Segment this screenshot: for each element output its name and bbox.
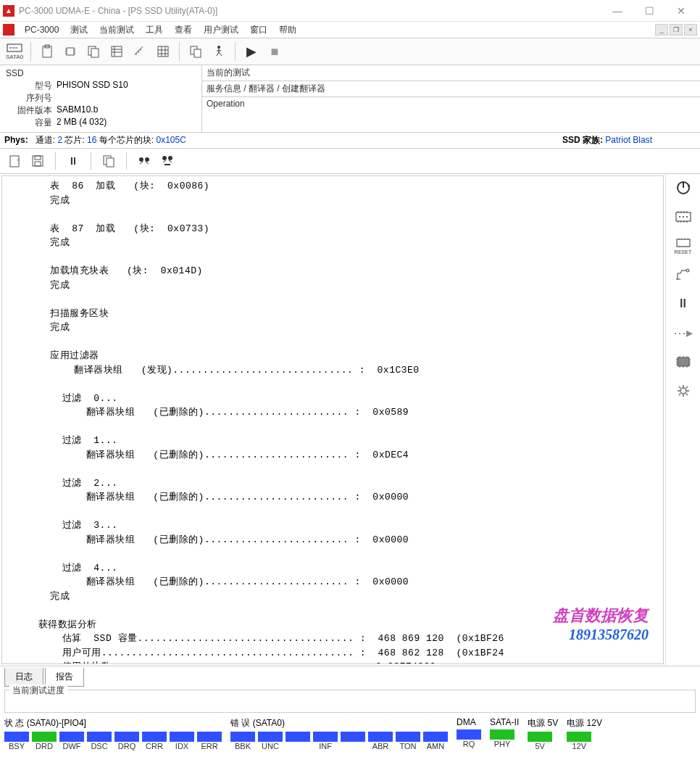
power-icon[interactable] [672,177,695,199]
more-icon[interactable]: ⋯▸ [672,322,695,344]
grid-icon[interactable] [153,41,173,62]
status-indicator [341,732,365,742]
status-indicator-label: ERR [197,742,222,750]
status-pwr12-label: 电源 12V [567,717,602,729]
status-dma-label: DMA [457,717,481,727]
svg-point-27 [686,269,689,272]
svg-point-25 [686,216,688,218]
chip-icon[interactable] [60,41,80,62]
status-indicator [396,732,420,742]
channel-value: 2 [57,135,62,145]
status-area: 状 态 (SATA0)-[PIO4] BSYDRDDWFDSCDRQCRRIDX… [0,714,700,753]
copy-log-icon[interactable] [100,152,117,170]
status-indicator-label: RQ [457,740,481,748]
status-indicator [170,732,194,742]
new-doc-icon[interactable] [6,152,23,170]
log-text: 表 86 加载 (块: 0x0086) 完成 表 87 加载 (块: 0x073… [2,176,663,664]
status-indicator [4,732,29,742]
status-indicator-label: CRR [142,742,167,750]
connector-icon[interactable] [672,264,695,286]
phys-bar: Phys: 通道: 2 芯片: 16 每个芯片的块: 0x105C SSD 家族… [0,133,700,148]
status-indicator-label: DSC [87,742,112,750]
duplicate-icon[interactable] [186,41,206,62]
menu-current-test[interactable]: 当前测试 [93,24,140,36]
status-state-block: 状 态 (SATA0)-[PIO4] BSYDRDDWFDSCDRQCRRIDX… [4,717,222,750]
main-toolbar: SATA0 ▶ ■ [0,38,700,65]
status-indicator [490,729,514,740]
svg-rect-7 [158,46,168,57]
run-person-icon[interactable] [209,41,229,62]
model-label: 型号 [6,80,57,92]
log-pane[interactable]: 表 86 加载 (块: 0x0086) 完成 表 87 加载 (块: 0x073… [1,175,664,664]
status-indicator-label: 5V [528,742,552,750]
sata-port-button[interactable]: SATA0 [4,41,25,62]
ruler-icon[interactable] [130,41,150,62]
titlebar: ▲ PC-3000 UDMA-E - China - [PS SSD Utili… [0,0,700,22]
status-state-label: 状 态 (SATA0)-[PIO4] [4,717,222,729]
chip-label: 芯片: [64,135,84,145]
status-indicator-label: UNC [258,742,283,750]
blocks-value: 0x105C [157,135,186,145]
status-sata2-label: SATA-II [490,717,519,727]
svg-rect-9 [194,49,201,57]
copy-icon[interactable] [83,41,104,62]
status-indicator [87,732,112,742]
find-next-icon[interactable] [159,152,176,170]
reset-icon[interactable]: RESET [672,235,695,257]
find-icon[interactable] [136,152,153,170]
pause-icon[interactable]: II [64,152,82,170]
pause-tool-icon[interactable]: II [672,293,695,315]
menu-test[interactable]: 测试 [64,24,93,36]
model-value: PHISON SSD S10 [57,80,128,92]
menu-view[interactable]: 查看 [169,24,198,36]
menubar: PC-3000 测试 当前测试 工具 查看 用户测试 窗口 帮助 _ ❐ × [0,22,700,38]
firmware-label: 固件版本 [6,104,57,117]
status-indicator-label: ABR [368,742,393,750]
list-icon[interactable] [107,41,127,62]
svg-point-19 [162,156,167,160]
mdi-restore-button[interactable]: ❐ [670,24,683,36]
svg-rect-11 [10,156,19,167]
svg-rect-12 [33,156,43,166]
save-icon[interactable] [29,152,46,170]
menu-brand[interactable]: PC-3000 [19,25,64,35]
maximize-button[interactable]: ☐ [633,1,665,21]
minimize-button[interactable]: — [601,1,633,21]
settings-icon[interactable] [672,380,695,402]
firmware-value: SABM10.b [57,104,98,117]
status-indicator-label: BBK [230,742,255,750]
chip-config-icon[interactable] [672,206,695,228]
svg-point-29 [680,388,686,394]
operation-label: Operation [202,97,700,110]
menu-help[interactable]: 帮助 [273,24,302,36]
processor-icon[interactable] [672,351,695,373]
svg-point-20 [168,156,172,160]
status-dma-block: DMA RQ [457,717,481,748]
svg-rect-3 [67,48,74,55]
status-indicator-label: DWF [59,742,84,750]
family-label: SSD 家族: [562,135,603,145]
status-pwr5-block: 电源 5V 5V [528,717,558,750]
close-button[interactable]: ✕ [665,1,697,21]
status-indicator-label: INF [313,742,338,750]
mdi-close-button[interactable]: × [684,24,697,36]
play-button[interactable]: ▶ [241,41,262,62]
stop-button[interactable]: ■ [264,41,285,62]
window-title: PC-3000 UDMA-E - China - [PS SSD Utility… [19,6,601,16]
serial-label: 序列号 [6,92,57,104]
menu-tools[interactable]: 工具 [140,24,169,36]
menu-user-test[interactable]: 用户测试 [198,24,244,36]
mdi-minimize-button[interactable]: _ [655,24,668,36]
status-indicator-label: IDX [170,742,194,750]
status-pwr5-label: 电源 5V [528,717,558,729]
status-indicator-label: TON [396,742,420,750]
clipboard-icon[interactable] [37,41,57,62]
status-indicator [142,732,167,742]
status-indicator [197,732,222,742]
right-toolbar: RESET II ⋯▸ [665,174,700,666]
progress-label: 当前测试进度 [9,684,67,697]
menu-window[interactable]: 窗口 [244,24,273,36]
svg-point-18 [145,157,149,162]
svg-rect-5 [91,49,99,57]
status-indicator [567,732,591,742]
